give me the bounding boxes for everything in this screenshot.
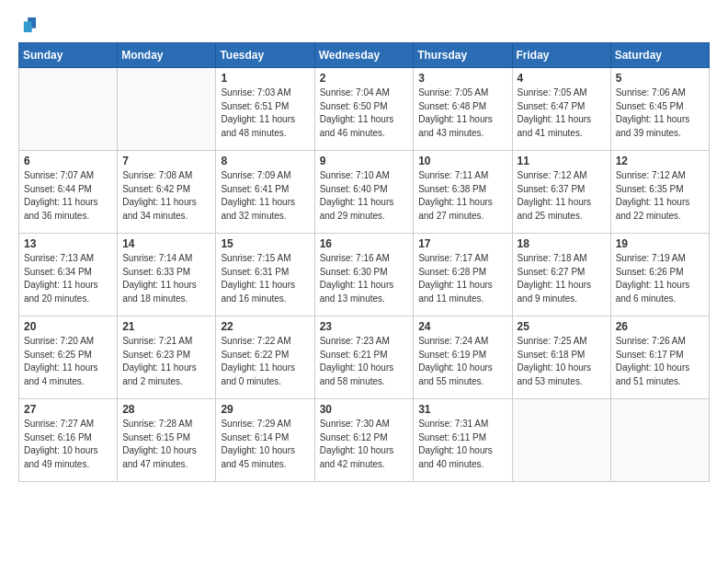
day-number: 7 [122, 155, 210, 167]
day-number: 8 [221, 155, 309, 167]
day-number: 31 [418, 403, 506, 416]
calendar-cell: 29Sunrise: 7:29 AMSunset: 6:14 PMDayligh… [216, 399, 314, 482]
day-number: 29 [221, 403, 309, 416]
day-content: Sunrise: 7:30 AMSunset: 6:12 PMDaylight:… [320, 418, 409, 471]
calendar-table: SundayMondayTuesdayWednesdayThursdayFrid… [18, 42, 710, 482]
weekday-header-monday: Monday [118, 43, 216, 68]
day-number: 17 [418, 237, 506, 250]
day-content: Sunrise: 7:16 AMSunset: 6:30 PMDaylight:… [320, 252, 409, 305]
calendar-cell [512, 399, 610, 482]
calendar-week-4: 20Sunrise: 7:20 AMSunset: 6:25 PMDayligh… [19, 316, 710, 399]
calendar-cell: 3Sunrise: 7:05 AMSunset: 6:48 PMDaylight… [414, 68, 512, 151]
day-content: Sunrise: 7:25 AMSunset: 6:18 PMDaylight:… [518, 335, 606, 388]
day-number: 19 [616, 237, 704, 250]
day-content: Sunrise: 7:13 AMSunset: 6:34 PMDaylight:… [24, 252, 112, 305]
day-number: 9 [320, 155, 409, 167]
day-content: Sunrise: 7:05 AMSunset: 6:47 PMDaylight:… [518, 86, 606, 140]
calendar-cell: 9Sunrise: 7:10 AMSunset: 6:40 PMDaylight… [314, 151, 414, 234]
calendar-cell: 27Sunrise: 7:27 AMSunset: 6:16 PMDayligh… [19, 399, 118, 482]
calendar-week-3: 13Sunrise: 7:13 AMSunset: 6:34 PMDayligh… [19, 234, 710, 316]
day-content: Sunrise: 7:31 AMSunset: 6:11 PMDaylight:… [418, 418, 506, 471]
day-content: Sunrise: 7:14 AMSunset: 6:33 PMDaylight:… [122, 252, 210, 305]
calendar-cell: 7Sunrise: 7:08 AMSunset: 6:42 PMDaylight… [118, 151, 216, 234]
day-content: Sunrise: 7:24 AMSunset: 6:19 PMDaylight:… [418, 335, 506, 388]
day-content: Sunrise: 7:21 AMSunset: 6:23 PMDaylight:… [122, 335, 210, 388]
weekday-header-row: SundayMondayTuesdayWednesdayThursdayFrid… [19, 43, 710, 68]
calendar-cell: 6Sunrise: 7:07 AMSunset: 6:44 PMDaylight… [19, 151, 118, 234]
day-content: Sunrise: 7:29 AMSunset: 6:14 PMDaylight:… [221, 418, 309, 471]
calendar-cell [610, 399, 709, 482]
calendar-cell: 19Sunrise: 7:19 AMSunset: 6:26 PMDayligh… [610, 234, 709, 316]
day-number: 11 [518, 155, 606, 167]
weekday-header-sunday: Sunday [19, 43, 118, 68]
page-header [18, 15, 710, 35]
weekday-header-thursday: Thursday [414, 43, 512, 68]
day-number: 21 [122, 320, 210, 333]
day-number: 26 [616, 320, 704, 333]
day-content: Sunrise: 7:10 AMSunset: 6:40 PMDaylight:… [320, 169, 409, 223]
day-number: 28 [122, 403, 210, 416]
calendar-cell: 25Sunrise: 7:25 AMSunset: 6:18 PMDayligh… [512, 316, 610, 399]
calendar-week-1: 1Sunrise: 7:03 AMSunset: 6:51 PMDaylight… [19, 68, 710, 151]
day-content: Sunrise: 7:22 AMSunset: 6:22 PMDaylight:… [221, 335, 309, 388]
day-number: 25 [518, 320, 606, 333]
day-number: 24 [418, 320, 506, 333]
day-content: Sunrise: 7:18 AMSunset: 6:27 PMDaylight:… [518, 252, 606, 305]
weekday-header-wednesday: Wednesday [314, 43, 414, 68]
day-content: Sunrise: 7:04 AMSunset: 6:50 PMDaylight:… [320, 86, 409, 140]
weekday-header-friday: Friday [512, 43, 610, 68]
calendar-week-5: 27Sunrise: 7:27 AMSunset: 6:16 PMDayligh… [19, 399, 710, 482]
calendar-cell: 11Sunrise: 7:12 AMSunset: 6:37 PMDayligh… [512, 151, 610, 234]
day-content: Sunrise: 7:06 AMSunset: 6:45 PMDaylight:… [616, 86, 704, 140]
day-content: Sunrise: 7:05 AMSunset: 6:48 PMDaylight:… [418, 86, 506, 140]
calendar-cell: 21Sunrise: 7:21 AMSunset: 6:23 PMDayligh… [118, 316, 216, 399]
day-content: Sunrise: 7:23 AMSunset: 6:21 PMDaylight:… [320, 335, 409, 388]
calendar-cell: 8Sunrise: 7:09 AMSunset: 6:41 PMDaylight… [216, 151, 314, 234]
day-content: Sunrise: 7:28 AMSunset: 6:15 PMDaylight:… [122, 418, 210, 471]
calendar-cell: 13Sunrise: 7:13 AMSunset: 6:34 PMDayligh… [19, 234, 118, 316]
calendar-cell: 28Sunrise: 7:28 AMSunset: 6:15 PMDayligh… [118, 399, 216, 482]
calendar-week-2: 6Sunrise: 7:07 AMSunset: 6:44 PMDaylight… [19, 151, 710, 234]
calendar-cell: 31Sunrise: 7:31 AMSunset: 6:11 PMDayligh… [414, 399, 512, 482]
day-content: Sunrise: 7:11 AMSunset: 6:38 PMDaylight:… [418, 169, 506, 223]
day-number: 5 [616, 72, 704, 85]
day-number: 16 [320, 237, 409, 250]
day-number: 6 [24, 155, 112, 167]
day-content: Sunrise: 7:17 AMSunset: 6:28 PMDaylight:… [418, 252, 506, 305]
day-number: 27 [24, 403, 112, 416]
day-number: 15 [221, 237, 309, 250]
calendar-cell: 16Sunrise: 7:16 AMSunset: 6:30 PMDayligh… [314, 234, 414, 316]
day-content: Sunrise: 7:27 AMSunset: 6:16 PMDaylight:… [24, 418, 112, 471]
calendar-cell: 14Sunrise: 7:14 AMSunset: 6:33 PMDayligh… [118, 234, 216, 316]
day-number: 4 [518, 72, 606, 85]
day-number: 13 [24, 237, 112, 250]
calendar-cell [19, 68, 118, 151]
day-number: 14 [122, 237, 210, 250]
calendar-cell [118, 68, 216, 151]
day-content: Sunrise: 7:08 AMSunset: 6:42 PMDaylight:… [122, 169, 210, 223]
calendar-cell: 10Sunrise: 7:11 AMSunset: 6:38 PMDayligh… [414, 151, 512, 234]
calendar-cell: 5Sunrise: 7:06 AMSunset: 6:45 PMDaylight… [610, 68, 709, 151]
day-number: 2 [320, 72, 409, 85]
calendar-cell: 26Sunrise: 7:26 AMSunset: 6:17 PMDayligh… [610, 316, 709, 399]
weekday-header-saturday: Saturday [610, 43, 709, 68]
calendar-cell: 30Sunrise: 7:30 AMSunset: 6:12 PMDayligh… [314, 399, 414, 482]
day-number: 30 [320, 403, 409, 416]
svg-marker-1 [24, 21, 32, 32]
day-content: Sunrise: 7:15 AMSunset: 6:31 PMDaylight:… [221, 252, 309, 305]
day-content: Sunrise: 7:12 AMSunset: 6:35 PMDaylight:… [616, 169, 704, 223]
calendar-cell: 23Sunrise: 7:23 AMSunset: 6:21 PMDayligh… [314, 316, 414, 399]
calendar-cell: 17Sunrise: 7:17 AMSunset: 6:28 PMDayligh… [414, 234, 512, 316]
calendar-cell: 24Sunrise: 7:24 AMSunset: 6:19 PMDayligh… [414, 316, 512, 399]
calendar-cell: 22Sunrise: 7:22 AMSunset: 6:22 PMDayligh… [216, 316, 314, 399]
generalblue-logo-icon [18, 15, 39, 35]
logo [18, 15, 42, 35]
calendar-cell: 4Sunrise: 7:05 AMSunset: 6:47 PMDaylight… [512, 68, 610, 151]
day-number: 10 [418, 155, 506, 167]
calendar-cell: 1Sunrise: 7:03 AMSunset: 6:51 PMDaylight… [216, 68, 314, 151]
day-number: 3 [418, 72, 506, 85]
day-content: Sunrise: 7:09 AMSunset: 6:41 PMDaylight:… [221, 169, 309, 223]
day-content: Sunrise: 7:07 AMSunset: 6:44 PMDaylight:… [24, 169, 112, 223]
day-number: 22 [221, 320, 309, 333]
day-content: Sunrise: 7:20 AMSunset: 6:25 PMDaylight:… [24, 335, 112, 388]
